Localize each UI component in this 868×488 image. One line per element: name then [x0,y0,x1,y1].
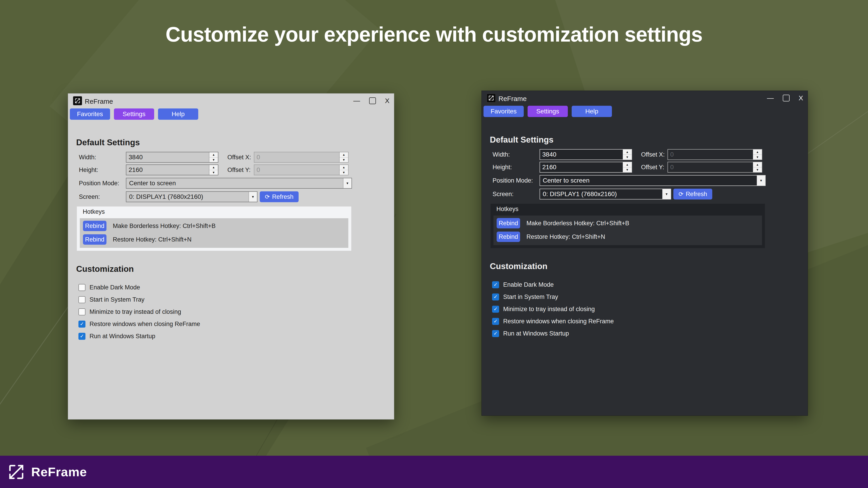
height-increment-button[interactable]: ▲ [623,162,631,167]
close-button[interactable]: X [385,97,390,105]
check-icon: ✓ [493,294,498,299]
rebind-borderless-button[interactable]: Rebind [497,218,520,228]
offset-x-input[interactable]: ▲▼ [254,152,348,163]
window-title: ReFrame [85,98,113,105]
rebind-restore-button[interactable]: Rebind [83,234,106,245]
minimize-button[interactable]: — [767,94,774,102]
offset-y-increment-button[interactable]: ▲ [753,162,762,167]
position-mode-select[interactable]: Center to screen ▼ [539,175,766,186]
height-decrement-button[interactable]: ▼ [209,170,218,175]
tab-settings[interactable]: Settings [114,108,154,120]
offset-x-value[interactable] [254,152,339,162]
spinner-down-icon: ▼ [342,158,345,162]
reframe-window-dark: ReFrame — X Favorites Settings Help Defa… [482,91,808,416]
checkbox-restore-windows[interactable]: ✓ [79,321,86,328]
checkbox-start-in-system-tray[interactable]: ✓ [79,296,86,303]
screen-value: 0: DISPLAY1 (7680x2160) [126,193,249,200]
checkbox-run-at-startup[interactable]: ✓ [492,330,499,337]
width-value[interactable] [126,152,209,162]
option-enable-dark-mode: ✓ Enable Dark Mode [492,281,554,289]
offset-x-increment-button[interactable]: ▲ [753,150,762,155]
app-icon [487,94,496,103]
width-label: Width: [79,152,96,163]
maximize-button[interactable] [369,97,376,104]
width-input[interactable]: ▲▼ [539,149,632,160]
check-icon: ✓ [80,322,84,326]
rebind-borderless-button[interactable]: Rebind [83,221,106,231]
spinner-down-icon: ▼ [756,168,759,171]
width-decrement-button[interactable]: ▼ [623,155,631,160]
offset-x-increment-button[interactable]: ▲ [340,152,348,157]
checkbox-minimize-to-tray[interactable]: ✓ [492,306,499,313]
height-value[interactable] [540,162,623,172]
offset-y-label: Offset Y: [227,164,251,175]
tab-help[interactable]: Help [572,106,612,117]
checkbox-enable-dark-mode[interactable]: ✓ [79,284,86,291]
offset-y-decrement-button[interactable]: ▼ [340,170,348,175]
checkbox-run-at-startup[interactable]: ✓ [79,333,86,340]
offset-y-value[interactable] [668,162,753,172]
offset-y-increment-button[interactable]: ▲ [340,165,348,170]
offset-x-value[interactable] [668,150,753,160]
screen-select[interactable]: 0: DISPLAY1 (7680x2160) ▼ [539,189,671,199]
height-input[interactable]: ▲▼ [539,162,632,173]
height-input[interactable]: ▲▼ [126,164,218,175]
option-restore-windows: ✓ Restore windows when closing ReFrame [79,320,200,328]
position-mode-select[interactable]: Center to screen ▼ [126,178,352,189]
screen-label: Screen: [493,189,514,199]
tab-settings[interactable]: Settings [528,106,568,117]
offset-y-decrement-button[interactable]: ▼ [753,167,762,172]
dropdown-arrow-icon: ▼ [249,192,257,202]
option-start-in-system-tray: ✓ Start in System Tray [492,293,558,301]
hotkey-row: Rebind Make Borderless Hotkey: Ctrl+Shif… [83,221,345,231]
offset-y-input[interactable]: ▲▼ [668,162,762,173]
tab-bar: Favorites Settings Help [70,108,198,120]
checkbox-enable-dark-mode[interactable]: ✓ [492,281,499,288]
offset-y-value[interactable] [254,165,339,175]
height-decrement-button[interactable]: ▼ [623,167,631,172]
hotkey-label: Make Borderless Hotkey: Ctrl+Shift+B [526,220,629,227]
screen-label: Screen: [79,191,100,202]
hotkey-row: Rebind Make Borderless Hotkey: Ctrl+Shif… [497,218,759,229]
option-run-at-startup: ✓ Run at Windows Startup [492,329,569,337]
height-value[interactable] [126,165,209,175]
footer-brand: ReFrame [31,464,87,479]
spinner-up-icon: ▲ [342,153,345,156]
screen-value: 0: DISPLAY1 (7680x2160) [540,191,662,198]
minimize-button[interactable]: — [353,97,360,105]
close-button[interactable]: X [799,94,803,102]
offset-x-input[interactable]: ▲▼ [668,149,762,160]
offset-x-decrement-button[interactable]: ▼ [340,157,348,162]
rebind-restore-button[interactable]: Rebind [497,232,520,242]
height-label: Height: [79,164,98,175]
offset-y-input[interactable]: ▲▼ [254,164,348,175]
offset-x-decrement-button[interactable]: ▼ [753,155,762,160]
refresh-button[interactable]: ⟳ Refresh [260,191,299,202]
position-mode-value: Center to screen [126,180,343,187]
checkbox-start-in-system-tray[interactable]: ✓ [492,293,499,300]
tab-favorites[interactable]: Favorites [484,106,524,117]
hotkeys-heading: Hotkeys [83,208,105,215]
tab-help[interactable]: Help [158,108,198,120]
check-icon: ✓ [493,306,498,312]
width-value[interactable] [540,150,623,160]
spinner-up-icon: ▲ [212,166,215,169]
customization-heading: Customization [490,262,548,271]
width-input[interactable]: ▲▼ [126,152,218,163]
spinner-down-icon: ▼ [342,171,345,174]
dropdown-arrow-icon: ▼ [662,189,671,199]
option-minimize-to-tray: ✓ Minimize to tray instead of closing [492,305,595,313]
check-icon: ✓ [493,319,498,324]
width-increment-button[interactable]: ▲ [209,152,218,157]
tab-favorites[interactable]: Favorites [70,108,110,120]
height-increment-button[interactable]: ▲ [209,165,218,170]
maximize-button[interactable] [783,95,789,101]
width-decrement-button[interactable]: ▼ [209,157,218,162]
refresh-button[interactable]: ⟳ Refresh [673,189,712,199]
screen-select[interactable]: 0: DISPLAY1 (7680x2160) ▼ [126,191,257,202]
checkbox-minimize-to-tray[interactable]: ✓ [79,308,86,315]
width-increment-button[interactable]: ▲ [623,150,631,155]
checkbox-restore-windows[interactable]: ✓ [492,318,499,325]
hotkeys-group: Hotkeys Rebind Make Borderless Hotkey: C… [491,204,765,248]
refresh-icon: ⟳ [679,191,684,197]
